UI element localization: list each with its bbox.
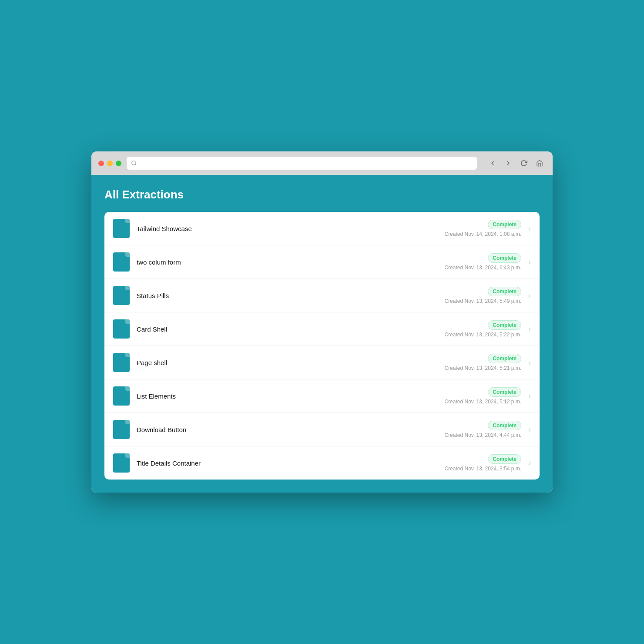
file-icon <box>113 453 130 473</box>
item-right: Complete Created Nov. 13, 2024, 3:54 p.m… <box>444 454 521 472</box>
item-name: Title Details Container <box>137 460 444 467</box>
item-name: Page shell <box>137 359 444 366</box>
traffic-light-yellow[interactable] <box>107 161 113 166</box>
status-badge: Complete <box>488 320 521 330</box>
item-date: Created Nov. 13, 2024, 5:12 p.m. <box>444 399 521 405</box>
extraction-item[interactable]: Title Details Container Complete Created… <box>104 446 540 480</box>
traffic-light-green[interactable] <box>116 161 121 166</box>
item-right: Complete Created Nov. 13, 2024, 5:21 p.m… <box>444 354 521 371</box>
reload-button[interactable] <box>518 157 530 169</box>
item-right: Complete Created Nov. 13, 2024, 6:43 p.m… <box>444 253 521 271</box>
chevron-right-icon: › <box>528 459 531 468</box>
reload-icon <box>520 160 527 167</box>
file-icon <box>113 420 130 439</box>
chevron-right-icon: › <box>528 224 531 233</box>
item-name: List Elements <box>137 392 444 400</box>
extraction-item[interactable]: Download Button Complete Created Nov. 13… <box>104 413 540 446</box>
browser-window: All Extractions Tailwind Showcase Comple… <box>91 151 553 493</box>
item-name: Tailwind Showcase <box>137 225 444 232</box>
forward-icon <box>505 160 512 167</box>
item-date: Created Nov. 13, 2024, 5:49 p.m. <box>444 298 521 304</box>
nav-buttons <box>486 157 546 169</box>
file-icon <box>113 286 130 305</box>
browser-chrome <box>91 151 553 175</box>
extractions-list: Tailwind Showcase Complete Created Nov. … <box>104 212 540 480</box>
forward-button[interactable] <box>502 157 514 169</box>
status-badge: Complete <box>488 220 521 229</box>
browser-content: All Extractions Tailwind Showcase Comple… <box>91 175 553 493</box>
item-date: Created Nov. 13, 2024, 5:22 p.m. <box>444 332 521 338</box>
item-date: Created Nov. 13, 2024, 3:54 p.m. <box>444 466 521 472</box>
home-icon <box>536 160 543 167</box>
status-badge: Complete <box>488 421 521 430</box>
item-date: Created Nov. 13, 2024, 4:44 p.m. <box>444 432 521 438</box>
item-date: Created Nov. 14, 2024, 1:08 a.m. <box>444 231 521 237</box>
extraction-item[interactable]: Status Pills Complete Created Nov. 13, 2… <box>104 279 540 312</box>
chevron-right-icon: › <box>528 392 531 401</box>
chevron-right-icon: › <box>528 258 531 267</box>
back-icon <box>489 160 496 167</box>
item-right: Complete Created Nov. 14, 2024, 1:08 a.m… <box>444 220 521 237</box>
svg-line-1 <box>135 164 137 166</box>
status-badge: Complete <box>488 354 521 363</box>
file-icon <box>113 386 130 406</box>
extraction-item[interactable]: Tailwind Showcase Complete Created Nov. … <box>104 212 540 245</box>
status-badge: Complete <box>488 387 521 397</box>
page-title: All Extractions <box>104 188 540 201</box>
item-name: Status Pills <box>137 292 444 299</box>
extraction-item[interactable]: two colum form Complete Created Nov. 13,… <box>104 245 540 279</box>
status-badge: Complete <box>488 253 521 263</box>
extraction-item[interactable]: Card Shell Complete Created Nov. 13, 202… <box>104 312 540 346</box>
chevron-right-icon: › <box>528 291 531 300</box>
item-right: Complete Created Nov. 13, 2024, 5:12 p.m… <box>444 387 521 405</box>
chevron-right-icon: › <box>528 425 531 434</box>
status-badge: Complete <box>488 454 521 464</box>
file-icon <box>113 319 130 339</box>
status-badge: Complete <box>488 287 521 296</box>
desktop: All Extractions Tailwind Showcase Comple… <box>0 0 644 644</box>
extraction-item[interactable]: List Elements Complete Created Nov. 13, … <box>104 379 540 413</box>
back-button[interactable] <box>486 157 499 169</box>
address-bar[interactable] <box>127 157 477 170</box>
traffic-lights <box>98 161 121 166</box>
chevron-right-icon: › <box>528 325 531 334</box>
svg-point-0 <box>132 161 136 165</box>
item-right: Complete Created Nov. 13, 2024, 5:49 p.m… <box>444 287 521 304</box>
file-icon <box>113 252 130 272</box>
search-icon <box>131 160 137 166</box>
item-date: Created Nov. 13, 2024, 6:43 p.m. <box>444 265 521 271</box>
file-icon <box>113 219 130 238</box>
item-name: Card Shell <box>137 325 444 333</box>
traffic-light-red[interactable] <box>98 161 104 166</box>
item-right: Complete Created Nov. 13, 2024, 4:44 p.m… <box>444 421 521 438</box>
item-name: Download Button <box>137 426 444 433</box>
file-icon <box>113 353 130 372</box>
item-name: two colum form <box>137 258 444 266</box>
home-button[interactable] <box>533 157 546 169</box>
chevron-right-icon: › <box>528 358 531 367</box>
item-right: Complete Created Nov. 13, 2024, 5:22 p.m… <box>444 320 521 338</box>
extraction-item[interactable]: Page shell Complete Created Nov. 13, 202… <box>104 346 540 379</box>
item-date: Created Nov. 13, 2024, 5:21 p.m. <box>444 365 521 371</box>
